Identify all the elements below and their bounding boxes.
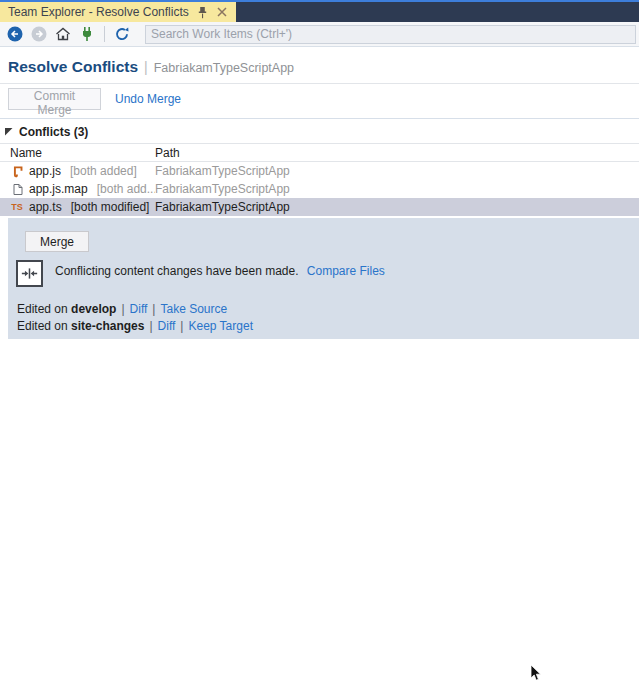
column-header-path[interactable]: Path — [155, 146, 639, 160]
file-status: [both added] — [70, 164, 137, 178]
pipe-separator: | — [180, 319, 183, 333]
js-file-icon — [10, 164, 24, 178]
mouse-cursor — [530, 664, 542, 680]
file-name: app.js.map — [29, 182, 88, 196]
file-status: [both add... — [97, 182, 155, 196]
pipe-separator: | — [152, 302, 155, 316]
source-diff-link[interactable]: Diff — [130, 302, 148, 316]
forward-icon[interactable] — [30, 25, 48, 43]
column-header-name[interactable]: Name — [0, 146, 155, 160]
plug-connect-icon[interactable] — [78, 25, 96, 43]
conflict-message: Conflicting content changes have been ma… — [55, 264, 299, 278]
file-name: app.js — [29, 164, 61, 178]
commit-merge-button[interactable]: Commit Merge — [8, 88, 101, 110]
edited-on-label: Edited on — [17, 302, 68, 316]
source-branch-name: develop — [71, 302, 116, 316]
table-header-row: Name Path — [0, 145, 639, 162]
source-branch-line: Edited on develop|Diff|Take Source — [17, 302, 227, 316]
conflict-message-line: Conflicting content changes have been ma… — [55, 264, 385, 278]
project-name: FabriakamTypeScriptApp — [154, 61, 294, 75]
conflict-detail-panel: Merge Conflicting content changes have b… — [8, 218, 639, 339]
conflicts-table: Name Path app.js[both added] FabriakamTy… — [0, 145, 639, 216]
target-branch-line: Edited on site-changes|Diff|Keep Target — [17, 319, 253, 333]
table-row[interactable]: app.js.map[both add... FabriakamTypeScri… — [0, 180, 639, 198]
divider — [0, 83, 639, 84]
actions-bar: Commit Merge Undo Merge — [8, 87, 639, 111]
divider — [0, 118, 639, 119]
pipe-separator: | — [121, 302, 124, 316]
file-name: app.ts — [29, 200, 62, 214]
tab-title: Team Explorer - Resolve Conflicts — [8, 5, 189, 19]
conflicts-section-title: Conflicts (3) — [19, 125, 88, 139]
back-icon[interactable] — [6, 25, 24, 43]
target-diff-link[interactable]: Diff — [158, 319, 176, 333]
divider — [0, 143, 639, 144]
file-status: [both modified] — [71, 200, 150, 214]
keep-target-link[interactable]: Keep Target — [188, 319, 253, 333]
collapse-triangle-icon — [5, 128, 13, 136]
toolbar-separator — [104, 26, 105, 42]
close-icon[interactable] — [216, 6, 229, 19]
table-row-selected[interactable]: TS app.ts[both modified] FabriakamTypeSc… — [0, 198, 639, 216]
take-source-link[interactable]: Take Source — [160, 302, 227, 316]
pipe-separator: | — [149, 319, 152, 333]
page-title: Resolve Conflicts — [8, 58, 138, 76]
refresh-icon[interactable] — [113, 25, 131, 43]
tab-team-explorer[interactable]: Team Explorer - Resolve Conflicts — [0, 2, 236, 22]
map-file-icon — [10, 182, 24, 196]
file-path: FabriakamTypeScriptApp — [155, 164, 639, 178]
title-separator: | — [144, 59, 148, 75]
file-path: FabriakamTypeScriptApp — [155, 200, 639, 214]
file-path: FabriakamTypeScriptApp — [155, 182, 639, 196]
ts-file-icon: TS — [10, 200, 24, 214]
conflict-icon — [16, 260, 43, 287]
table-row[interactable]: app.js[both added] FabriakamTypeScriptAp… — [0, 162, 639, 180]
compare-files-link[interactable]: Compare Files — [307, 264, 385, 278]
undo-merge-link[interactable]: Undo Merge — [115, 92, 181, 106]
pin-icon[interactable] — [196, 6, 209, 19]
conflicts-section-header[interactable]: Conflicts (3) — [5, 124, 639, 139]
search-input[interactable] — [145, 25, 636, 44]
page-header: Resolve Conflicts | FabriakamTypeScriptA… — [8, 58, 639, 76]
home-icon[interactable] — [54, 25, 72, 43]
toolbar — [0, 22, 639, 47]
team-explorer-window: Team Explorer - Resolve Conflicts Re — [0, 0, 639, 680]
target-branch-name: site-changes — [71, 319, 144, 333]
merge-button[interactable]: Merge — [25, 231, 89, 252]
tool-window-titlebar: Team Explorer - Resolve Conflicts — [0, 2, 639, 22]
edited-on-label: Edited on — [17, 319, 68, 333]
